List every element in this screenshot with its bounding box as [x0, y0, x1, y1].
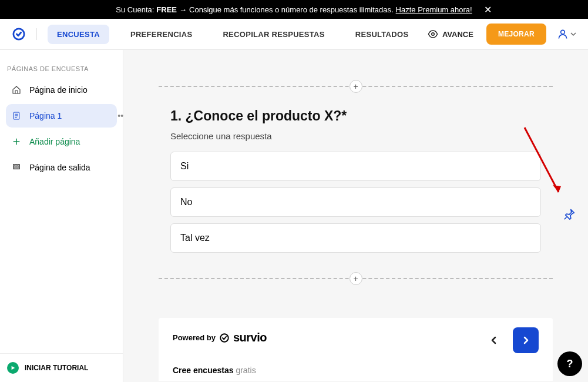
answer-option[interactable]: Tal vez: [170, 223, 541, 253]
question-block[interactable]: 1. ¿Conoce el producto X?* Seleccione un…: [159, 91, 553, 274]
svg-point-2: [561, 30, 565, 34]
question-subtitle: Seleccione una respuesta: [170, 131, 541, 141]
chevron-down-icon: [570, 31, 576, 37]
chevron-right-icon: [522, 336, 530, 344]
preview-button[interactable]: AVANCE: [428, 29, 473, 39]
separator: [36, 28, 37, 40]
brand-name: survio: [233, 331, 267, 344]
sidebar-item-home[interactable]: Página de inicio: [6, 78, 117, 102]
upgrade-button[interactable]: MEJORAR: [486, 24, 546, 45]
footer-text: Cree encuestas gratis: [173, 366, 539, 375]
eye-icon: [428, 29, 438, 39]
prev-page-button[interactable]: [481, 327, 507, 353]
survio-logo-icon: [219, 333, 230, 343]
powered-label: Powered by: [173, 333, 216, 342]
answer-option[interactable]: No: [170, 187, 541, 217]
tab-preferencias[interactable]: PREFERENCIAS: [121, 25, 201, 44]
user-menu[interactable]: [557, 28, 576, 40]
sidebar-title: PÁGINAS DE ENCUESTA: [0, 50, 123, 78]
navbar: ENCUESTA PREFERENCIAS RECOPILAR RESPUEST…: [0, 19, 588, 50]
tab-resultados[interactable]: RESULTADOS: [346, 25, 418, 44]
banner-prefix: Su Cuenta:: [116, 5, 154, 14]
add-question-button[interactable]: +: [350, 272, 362, 285]
user-icon: [557, 28, 569, 40]
tab-encuesta[interactable]: ENCUESTA: [48, 25, 109, 44]
add-question-button[interactable]: +: [350, 80, 362, 93]
pin-icon[interactable]: [563, 207, 576, 223]
sidebar-item-label: Añadir página: [29, 137, 80, 146]
preview-label: AVANCE: [442, 30, 473, 39]
banner-text: Consigue más funciones o número de respu…: [189, 5, 394, 14]
footer-text-light: gratis: [234, 366, 256, 375]
promo-banner: Su Cuenta: FREE → Consigue más funciones…: [0, 0, 588, 19]
play-icon: [7, 362, 19, 374]
banner-cta-link[interactable]: Hazte Premium ahora!: [396, 5, 472, 14]
question-title: 1. ¿Conoce el producto X?*: [170, 108, 541, 124]
tutorial-label: INICIAR TUTORIAL: [25, 364, 88, 372]
sidebar-item-label: Página 1: [29, 111, 62, 120]
sidebar-item-page1[interactable]: Página 1 •••: [6, 104, 117, 128]
home-icon: [12, 85, 21, 95]
page-icon: [12, 111, 21, 120]
banner-free-badge: FREE: [156, 5, 177, 14]
plus-icon: [12, 137, 21, 146]
svg-line-14: [565, 217, 567, 220]
footer-text-bold: Cree encuestas: [173, 366, 234, 375]
footer-card: Powered by survio Cree encuestas gratis: [159, 318, 553, 381]
help-button[interactable]: ?: [557, 351, 582, 376]
tutorial-button[interactable]: INICIAR TUTORIAL: [0, 353, 123, 382]
editor-canvas: + 1. ¿Conoce el producto X?* Seleccione …: [123, 50, 588, 382]
flag-icon: [12, 163, 21, 172]
sidebar-item-add-page[interactable]: Añadir página: [6, 130, 117, 153]
sidebar: PÁGINAS DE ENCUESTA Página de inicio Pág…: [0, 50, 123, 382]
sidebar-item-label: Página de inicio: [29, 85, 88, 95]
banner-arrow: →: [179, 5, 187, 14]
tab-recopilar[interactable]: RECOPILAR RESPUESTAS: [213, 25, 334, 44]
svg-point-1: [432, 33, 435, 36]
svg-rect-12: [14, 165, 20, 169]
sidebar-item-label: Página de salida: [29, 163, 90, 172]
sidebar-item-exit-page[interactable]: Página de salida: [6, 156, 117, 179]
banner-close-icon[interactable]: ✕: [484, 4, 492, 15]
chevron-left-icon: [490, 336, 498, 344]
answer-option[interactable]: Si: [170, 152, 541, 181]
logo-icon[interactable]: [12, 27, 26, 41]
next-page-button[interactable]: [513, 327, 539, 353]
